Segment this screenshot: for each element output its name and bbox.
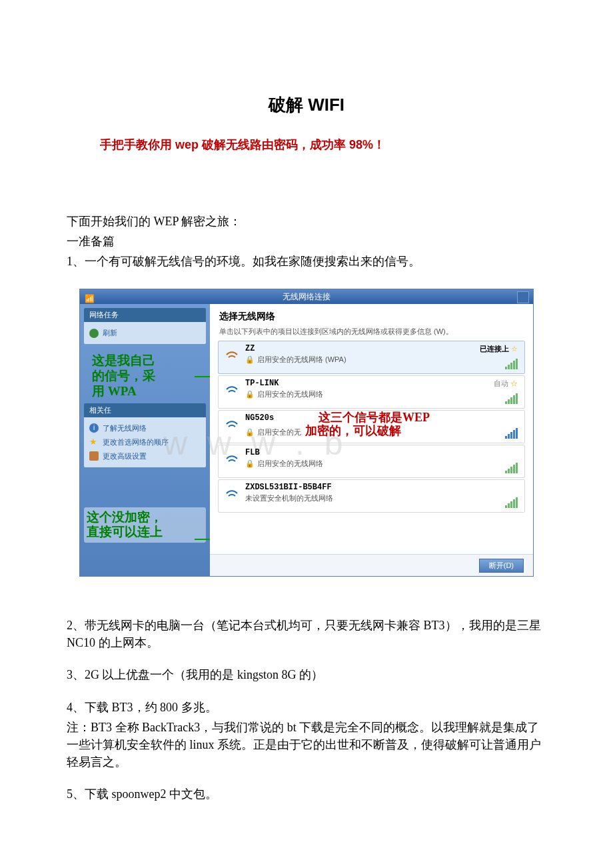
item-5: 5、下载 spoonwep2 中文包。 [67,785,546,803]
lock-icon: 🔒 [245,355,255,363]
item-2: 2、带无线网卡的电脑一台（笔记本台式机均可，只要无线网卡兼容 BT3），我用的是… [67,617,546,651]
embedded-screenshot: 📶 无线网络连接 网络任务 刷新 这是我自己 的信号，采 用 WPA [79,289,534,577]
network-item[interactable]: FLB 🔒启用安全的无线网络 [218,445,525,478]
intro-line-2: 一准备篇 [67,233,546,250]
network-item[interactable]: TP-LINK 自动 ☆ 🔒启用安全的无线网络 [218,375,525,409]
security-label: 🔒启用安全的无线网络 [245,459,519,469]
security-label: 🔒启用安全的无加密的，可以破解 [245,424,519,438]
sidebar-learn-link[interactable]: i了解无线网络 [89,421,201,435]
ssid-label: TP-LINK [245,379,519,388]
security-label: 未设置安全机制的无线网络 [245,493,519,503]
item-4-line-2: 注：BT3 全称 BackTrack3，与我们常说的 bt 下载是完全不同的概念… [67,719,546,771]
refresh-icon [89,329,99,338]
antenna-icon [223,345,241,367]
wrench-icon [89,451,99,461]
main-subtext: 单击以下列表中的项目以连接到区域内的无线网络或获得更多信息 (W)。 [219,327,524,337]
ssid-label: FLB [245,448,519,457]
network-item[interactable]: NG520s 🔒启用安全的无加密的，可以破解 这三个信号都是WEP [218,410,525,443]
network-list: ZZ 已连接上 ☆ 🔒启用安全的无线网络 (WPA) TP-LINK 自动 ☆ … [210,341,533,554]
main-panel: w w w . b 选择无线网络 单击以下列表中的项目以连接到区域内的无线网络或… [210,304,533,576]
intro-line-1: 下面开始我们的 WEP 解密之旅： [67,213,546,230]
signal-bars-icon [505,463,518,473]
sidebar-advanced-link[interactable]: 更改高级设置 [89,449,201,463]
lock-icon: 🔒 [245,428,255,436]
sidebar-tasks-head: 网络任务 [84,308,206,322]
annotation-wep-line-2: 加密的，可以破解 [305,424,401,437]
signal-bars-icon [505,428,518,439]
lock-icon: 🔒 [245,459,255,467]
page-title: 破解 WIFI [67,93,546,117]
annotation-wep-line-1: 这三个信号都是WEP [318,411,430,425]
intro-line-3: 1、一个有可破解无线信号的环境。如我在家随便搜索出来的信号。 [67,253,546,270]
antenna-icon [223,449,241,471]
annotation-own-signal: 这是我自己 的信号，采 用 WPA [92,353,206,399]
sidebar-related-head: 相关任 [84,403,206,417]
sidebar: 网络任务 刷新 这是我自己 的信号，采 用 WPA 相关任 i了解无线网络 ★更… [80,304,210,576]
item-3: 3、2G 以上优盘一个（我用的是 kingston 8G 的） [67,666,546,683]
signal-bars-icon [505,497,518,508]
main-heading: 选择无线网络 [219,311,524,323]
signal-bars-icon [505,359,518,369]
lock-icon: 🔒 [245,390,255,398]
status-connected: 已连接上 ☆ [480,344,518,354]
info-icon: i [89,423,99,433]
network-item[interactable]: ZZ 已连接上 ☆ 🔒启用安全的无线网络 (WPA) [218,341,525,374]
security-label: 🔒启用安全的无线网络 [245,389,519,399]
status-auto: 自动 ☆ [494,379,518,389]
annotation-open-network: 这个没加密， 直接可以连上 [84,507,206,543]
ssid-label: ZXDSL531BII-B5B4FF [245,483,519,492]
favorite-star-icon: ☆ [510,379,518,387]
sidebar-reorder-link[interactable]: ★更改首选网络的顺序 [89,435,201,449]
favorite-star-icon: ☆ [511,345,518,353]
antenna-icon [223,380,241,401]
security-label: 🔒启用安全的无线网络 (WPA) [245,355,519,365]
window-titlebar: 📶 无线网络连接 [80,289,533,304]
ssid-label: ZZ [245,344,519,353]
antenna-icon [223,484,241,505]
close-icon[interactable] [517,291,529,303]
network-item[interactable]: ZXDSL531BII-B5B4FF 未设置安全机制的无线网络 [218,479,525,513]
sidebar-refresh[interactable]: 刷新 [89,326,201,340]
signal-bars-icon [505,393,518,404]
wifi-systray-icon: 📶 [84,291,95,302]
dialog-footer: 断开(D) [210,554,533,576]
page-subtitle: 手把手教你用 wep 破解无线路由密码，成功率 98%！ [67,137,546,153]
window-title: 无线网络连接 [283,292,330,301]
disconnect-button[interactable]: 断开(D) [479,559,524,573]
star-icon: ★ [89,437,99,447]
antenna-icon [223,415,241,436]
item-4-line-1: 4、下载 BT3，约 800 多兆。 [67,699,546,716]
